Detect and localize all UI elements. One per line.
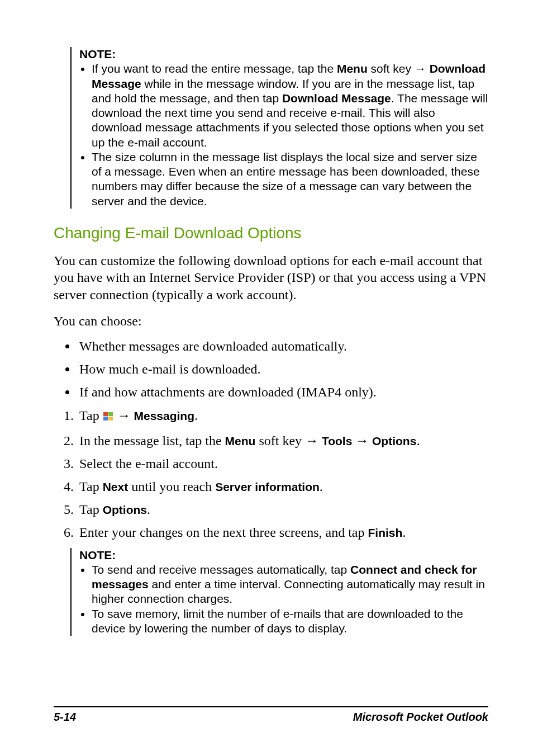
note-bottom-item-1: To send and receive messages automatical… [92, 563, 488, 607]
text: To save memory, limit the number of e-ma… [92, 607, 463, 635]
arrow-icon: → [117, 408, 131, 423]
menu-label: Menu [225, 434, 256, 447]
note-head: NOTE: [79, 548, 488, 563]
options-label: Options [103, 503, 147, 516]
note-head: NOTE: [79, 47, 488, 62]
text: Tap [79, 479, 103, 494]
messaging-label: Messaging [131, 409, 194, 422]
note-top-item-2: The size column in the message list disp… [92, 150, 488, 209]
server-information-label: Server information [215, 480, 320, 493]
bullet-2: How much e-mail is downloaded. [77, 362, 488, 377]
text: until you reach [128, 479, 215, 494]
text: . [416, 433, 420, 448]
windows-flag-icon [103, 410, 114, 425]
step-4: Tap Next until you reach Server informat… [77, 479, 488, 494]
arrow-icon: → [355, 433, 369, 448]
text: Enter your changes on the next three scr… [79, 525, 368, 540]
paragraph-2: You can choose: [54, 313, 488, 330]
text: To send and receive messages automatical… [92, 563, 350, 576]
text: . [402, 525, 406, 540]
next-label: Next [103, 480, 129, 493]
text: . [320, 479, 323, 494]
svg-rect-0 [103, 412, 108, 416]
footer-divider [54, 706, 488, 707]
bullet-1: Whether messages are downloaded automati… [77, 339, 488, 354]
menu-label: Menu [337, 62, 368, 75]
bullet-3: If and how attachments are downloaded (I… [77, 385, 488, 400]
text: soft key [255, 433, 305, 448]
text: The size column in the message list disp… [92, 150, 480, 207]
tools-label: Tools [318, 434, 355, 447]
arrow-icon: → [305, 433, 318, 448]
svg-rect-2 [103, 417, 108, 420]
note-block-top: NOTE: If you want to read the entire mes… [70, 47, 488, 209]
page-number: 5-14 [54, 711, 76, 724]
text: . [194, 408, 198, 423]
paragraph-1: You can customize the following download… [54, 252, 488, 304]
options-label: Options [369, 434, 416, 447]
step-3: Select the e-mail account. [77, 456, 488, 471]
svg-rect-1 [108, 412, 113, 416]
steps-list: Tap → Messaging. In the message list, ta… [54, 408, 488, 540]
section-heading: Changing E-mail Download Options [54, 224, 488, 242]
note-bottom-item-2: To save memory, limit the number of e-ma… [92, 607, 488, 636]
step-1: Tap → Messaging. [77, 408, 488, 425]
step-6: Enter your changes on the next three scr… [77, 525, 488, 540]
text: Tap [79, 408, 103, 423]
finish-label: Finish [368, 526, 402, 539]
svg-rect-3 [108, 417, 113, 420]
download-message-label-2: Download Message [282, 92, 391, 105]
text: Tap [79, 502, 103, 517]
note-top-item-1: If you want to read the entire message, … [92, 62, 488, 150]
footer-title: Microsoft Pocket Outlook [353, 711, 488, 724]
text: In the message list, tap the [79, 433, 225, 448]
bullet-list: Whether messages are downloaded automati… [54, 339, 488, 400]
text: . [147, 502, 150, 517]
page-footer: 5-14 Microsoft Pocket Outlook [54, 706, 488, 724]
step-2: In the message list, tap the Menu soft k… [77, 433, 488, 448]
note-block-bottom: NOTE: To send and receive messages autom… [70, 548, 488, 636]
text: and enter a time interval. Connecting au… [92, 578, 485, 605]
text: If you want to read the entire message, … [92, 62, 337, 75]
step-5: Tap Options. [77, 502, 488, 517]
arrow-icon: → [415, 62, 426, 75]
text: soft key [368, 62, 415, 75]
